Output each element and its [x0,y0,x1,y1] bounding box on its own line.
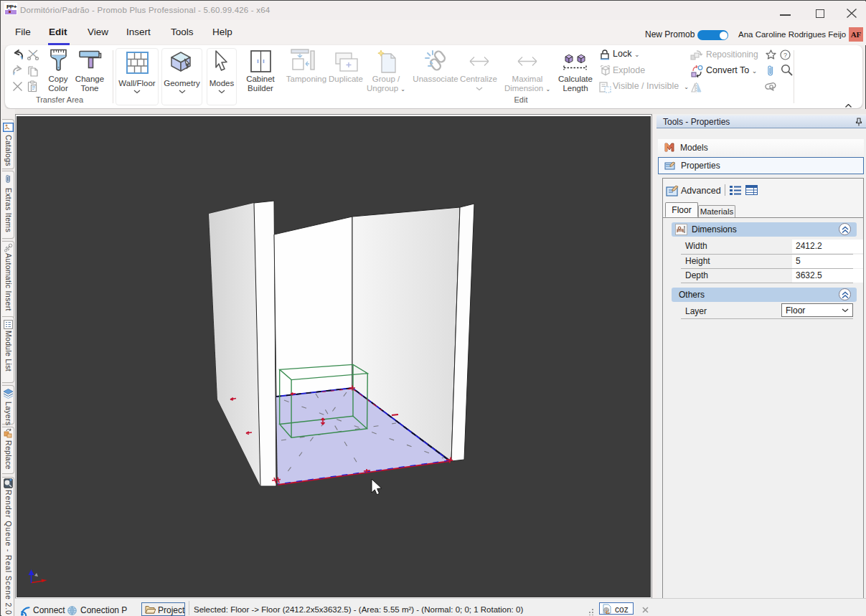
svg-text:?: ? [783,52,787,59]
